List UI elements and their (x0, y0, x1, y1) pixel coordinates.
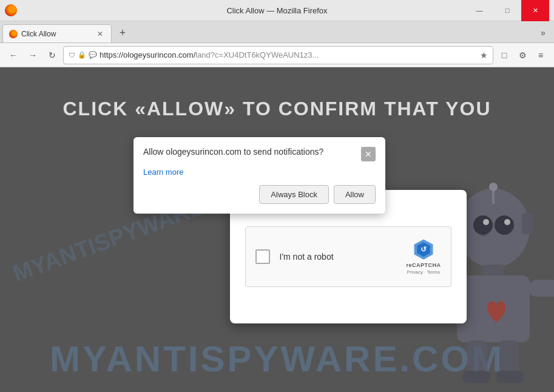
recaptcha-widget[interactable]: I'm not a robot ↺ reCAPTCHA Privacy · Te… (245, 226, 451, 287)
tab-bar: Click Allow ✕ + » (0, 21, 554, 43)
title-bar-left (5, 4, 17, 16)
svg-rect-9 (483, 265, 504, 277)
recaptcha-label: I'm not a robot (280, 252, 397, 262)
tab-bar-right: » (535, 24, 552, 41)
url-domain: https://ologeysurincon.com/ (100, 50, 195, 59)
popup-close-button[interactable]: ✕ (361, 147, 376, 161)
back-button[interactable]: ← (5, 47, 22, 64)
popup-title: Allow ologeysurincon.com to send notific… (143, 147, 361, 157)
svg-text:↺: ↺ (421, 245, 427, 254)
active-tab[interactable]: Click Allow ✕ (2, 24, 112, 42)
bookmark-star-icon[interactable]: ★ (480, 50, 488, 60)
minimize-button[interactable]: — (465, 0, 493, 21)
maximize-button[interactable]: □ (493, 0, 521, 21)
reload-button[interactable]: ↻ (44, 47, 61, 64)
nav-right-icons: □ ⚙ ≡ (496, 47, 549, 64)
recaptcha-brand-label: reCAPTCHA (406, 262, 441, 268)
svg-rect-17 (463, 371, 490, 383)
close-window-button[interactable]: ✕ (521, 0, 549, 21)
svg-point-1 (473, 215, 493, 235)
extensions-button[interactable]: ⚙ (514, 47, 531, 64)
svg-point-8 (489, 183, 498, 191)
nav-bar: ← → ↻ 🛡 🔒 💬 https://ologeysurincon.com/l… (0, 43, 554, 67)
svg-point-4 (504, 219, 510, 225)
allow-button[interactable]: Allow (334, 185, 376, 204)
svg-point-3 (483, 219, 489, 225)
window-title: Click Allow — Mozilla Firefox (226, 6, 327, 15)
address-bar[interactable]: 🛡 🔒 💬 https://ologeysurincon.com/land?c=… (63, 46, 493, 64)
tracking-protection-icon: 🛡 (69, 52, 75, 59)
notification-permissions-icon: 💬 (89, 51, 97, 59)
notification-popup: Allow ologeysurincon.com to send notific… (133, 137, 385, 214)
page-content: MYANTISPYWARE.COM MYANTISPYWARE.COM CLIC… (0, 67, 554, 392)
popup-header: Allow ologeysurincon.com to send notific… (143, 147, 376, 161)
container-button[interactable]: □ (496, 47, 513, 64)
overflow-menu-button[interactable]: ≡ (532, 47, 549, 64)
firefox-logo-icon (5, 4, 17, 16)
recaptcha-logo-area: ↺ reCAPTCHA Privacy · Terms (406, 238, 441, 275)
learn-more-link[interactable]: Learn more (143, 167, 376, 177)
svg-rect-6 (522, 213, 533, 234)
lock-icon: 🔒 (78, 51, 86, 59)
terms-link[interactable]: Terms (427, 269, 440, 275)
svg-rect-18 (496, 371, 524, 383)
window-controls: — □ ✕ (465, 0, 549, 21)
new-tab-button[interactable]: + (114, 24, 131, 41)
forward-button[interactable]: → (24, 47, 41, 64)
svg-rect-12 (529, 280, 554, 297)
browser-window: Click Allow — Mozilla Firefox — □ ✕ Clic… (0, 0, 554, 392)
tab-favicon-icon (9, 30, 18, 38)
tabs-overflow-button[interactable]: » (535, 24, 552, 41)
url-text: https://ologeysurincon.com/land?c=XU4DtT… (100, 50, 478, 59)
tab-close-button[interactable]: ✕ (95, 29, 105, 39)
url-path: land?c=XU4DtT6kQYWeAUN1z3... (195, 50, 319, 59)
page-heading: CLICK «ALLOW» TO CONFIRM THAT YOU (0, 98, 554, 120)
recaptcha-links: Privacy · Terms (407, 269, 441, 275)
tab-label: Click Allow (21, 30, 56, 38)
popup-buttons: Always Block Allow (143, 185, 376, 204)
title-bar: Click Allow — Mozilla Firefox — □ ✕ (0, 0, 554, 21)
svg-point-2 (495, 215, 514, 235)
recaptcha-checkbox[interactable] (255, 249, 270, 264)
always-block-button[interactable]: Always Block (259, 185, 329, 204)
privacy-link[interactable]: Privacy (407, 269, 423, 275)
